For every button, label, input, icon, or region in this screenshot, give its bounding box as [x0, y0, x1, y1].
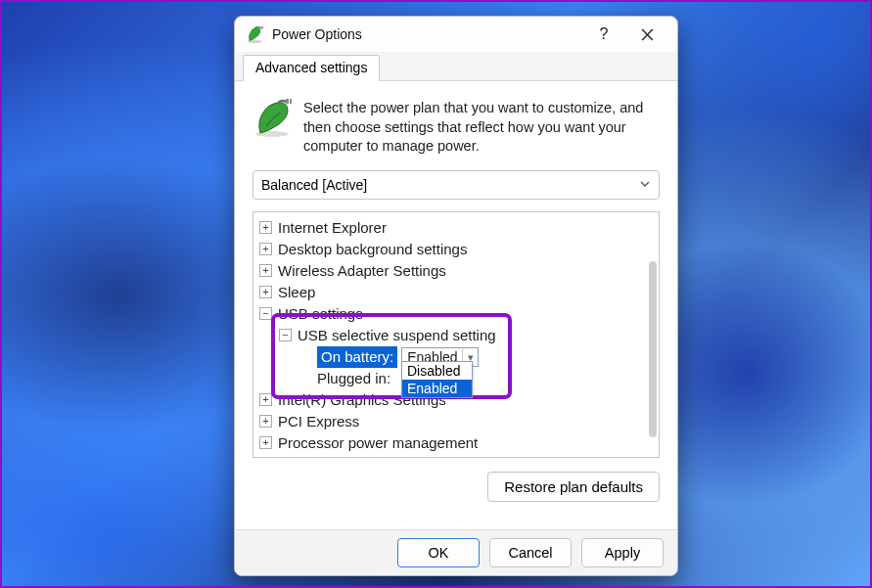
tree-item-wireless-adapter[interactable]: + Wireless Adapter Settings: [259, 260, 653, 282]
power-options-dialog: Power Options ? Advanced settings: [234, 16, 678, 576]
help-button[interactable]: ?: [589, 21, 619, 48]
plugged-in-dropdown[interactable]: Disabled Enabled: [401, 361, 473, 398]
tree-label: Display: [278, 454, 326, 458]
dialog-footer: OK Cancel Apply: [235, 529, 677, 575]
tab-advanced-settings[interactable]: Advanced settings: [243, 55, 380, 81]
restore-defaults-button[interactable]: Restore plan defaults: [487, 472, 660, 502]
svg-rect-5: [290, 99, 292, 104]
titlebar: Power Options ?: [235, 17, 677, 52]
on-battery-label: On battery:: [317, 346, 397, 368]
close-button[interactable]: [632, 21, 662, 48]
setting-on-battery[interactable]: On battery: Enabled ▾: [298, 346, 653, 368]
expand-icon[interactable]: +: [259, 415, 272, 428]
scrollbar-thumb[interactable]: [649, 261, 657, 437]
tree-label: USB selective suspend setting: [298, 325, 496, 346]
hero: Select the power plan that you want to c…: [252, 99, 660, 157]
dropdown-option-disabled[interactable]: Disabled: [402, 362, 472, 380]
expand-icon[interactable]: +: [259, 264, 272, 277]
tab-row: Advanced settings: [235, 52, 677, 81]
power-plan-value: Balanced [Active]: [261, 177, 367, 193]
power-plan-icon: [252, 99, 292, 138]
hero-text: Select the power plan that you want to c…: [303, 99, 660, 157]
tree-label: Internet Explorer: [278, 217, 387, 239]
expand-icon[interactable]: +: [259, 221, 272, 234]
power-plan-select[interactable]: Balanced [Active]: [252, 170, 660, 200]
tree-label: USB settings: [278, 303, 363, 325]
tree-label: Processor power management: [278, 432, 478, 454]
setting-plugged-in[interactable]: Plugged in:: [298, 368, 653, 389]
tree-item-usb-selective-suspend[interactable]: − USB selective suspend setting: [279, 325, 653, 346]
tree-label: Sleep: [278, 282, 315, 303]
settings-tree[interactable]: + Internet Explorer + Desktop background…: [252, 211, 660, 458]
window-title: Power Options: [272, 26, 589, 42]
tree-item-processor-power[interactable]: + Processor power management: [259, 432, 653, 454]
expand-icon[interactable]: +: [259, 393, 272, 406]
power-options-icon: [245, 24, 264, 44]
tree-label: Wireless Adapter Settings: [278, 260, 446, 282]
expand-icon[interactable]: +: [259, 286, 272, 298]
tree-item-desktop-background[interactable]: + Desktop background settings: [259, 239, 653, 260]
svg-rect-4: [286, 99, 289, 104]
ok-button[interactable]: OK: [397, 538, 480, 567]
apply-button[interactable]: Apply: [581, 538, 664, 567]
tree-item-usb-settings[interactable]: − USB settings: [259, 303, 653, 325]
tree-item-sleep[interactable]: + Sleep: [259, 282, 653, 303]
svg-rect-2: [261, 26, 263, 29]
svg-rect-1: [259, 26, 261, 29]
tab-content: Select the power plan that you want to c…: [235, 81, 677, 529]
expand-icon[interactable]: +: [259, 243, 272, 255]
collapse-icon[interactable]: −: [259, 307, 272, 320]
tree-item-display[interactable]: + Display: [259, 454, 653, 458]
cancel-button[interactable]: Cancel: [489, 538, 572, 567]
plugged-in-label: Plugged in:: [317, 368, 390, 389]
chevron-down-icon: [639, 177, 651, 193]
tree-label: PCI Express: [278, 411, 359, 432]
expand-icon[interactable]: +: [259, 436, 272, 449]
tree-label: Desktop background settings: [278, 239, 467, 260]
tree-item-pci-express[interactable]: + PCI Express: [259, 411, 653, 432]
collapse-icon[interactable]: −: [279, 329, 292, 341]
tree-item-internet-explorer[interactable]: + Internet Explorer: [259, 217, 653, 239]
dropdown-option-enabled[interactable]: Enabled: [402, 380, 472, 397]
